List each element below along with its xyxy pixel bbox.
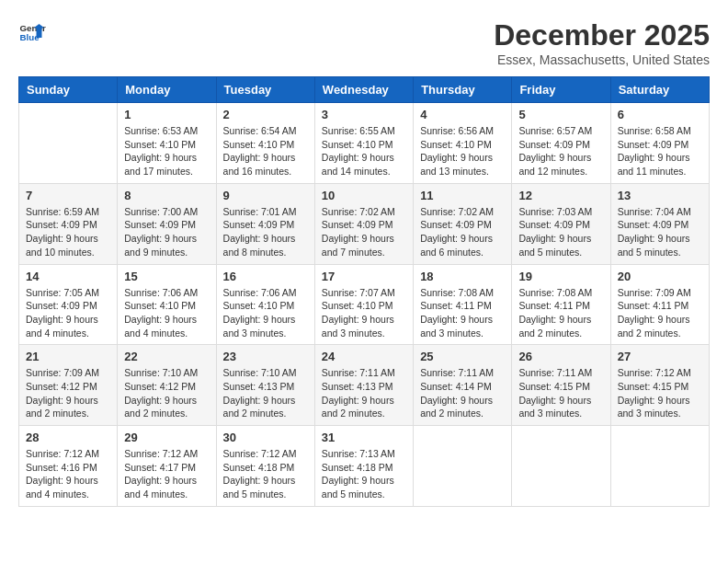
calendar-cell: 5Sunrise: 6:57 AMSunset: 4:09 PMDaylight… [512,103,610,184]
day-number: 24 [322,350,406,363]
day-number: 5 [518,108,603,121]
day-info: Sunrise: 7:11 AMSunset: 4:14 PMDaylight:… [420,366,505,420]
day-number: 23 [223,350,308,363]
header-saturday: Saturday [610,77,709,103]
calendar-cell: 18Sunrise: 7:08 AMSunset: 4:11 PMDayligh… [414,264,512,345]
day-number: 17 [322,270,406,283]
page-header: General Blue December 2025 Essex, Massac… [18,18,710,67]
calendar-cell: 1Sunrise: 6:53 AMSunset: 4:10 PMDaylight… [118,103,216,184]
calendar-cell [610,426,709,507]
calendar-cell: 13Sunrise: 7:04 AMSunset: 4:09 PMDayligh… [610,183,709,264]
calendar-cell: 31Sunrise: 7:13 AMSunset: 4:18 PMDayligh… [314,426,413,507]
location: Essex, Massachusetts, United States [494,52,710,67]
day-number: 13 [618,189,702,202]
calendar-header-row: SundayMondayTuesdayWednesdayThursdayFrid… [19,77,710,103]
day-number: 15 [124,270,209,283]
day-info: Sunrise: 6:54 AMSunset: 4:10 PMDaylight:… [223,124,308,178]
day-info: Sunrise: 7:10 AMSunset: 4:13 PMDaylight:… [223,366,308,420]
header-tuesday: Tuesday [216,77,314,103]
day-number: 12 [518,189,603,202]
day-number: 10 [322,189,406,202]
day-number: 26 [518,350,603,363]
calendar-cell: 27Sunrise: 7:12 AMSunset: 4:15 PMDayligh… [610,345,709,426]
day-info: Sunrise: 7:09 AMSunset: 4:12 PMDaylight:… [26,366,110,420]
day-info: Sunrise: 7:03 AMSunset: 4:09 PMDaylight:… [518,205,603,259]
calendar-cell: 24Sunrise: 7:11 AMSunset: 4:13 PMDayligh… [314,345,413,426]
calendar-cell: 14Sunrise: 7:05 AMSunset: 4:09 PMDayligh… [19,264,118,345]
day-info: Sunrise: 7:12 AMSunset: 4:15 PMDaylight:… [618,366,702,420]
day-info: Sunrise: 6:57 AMSunset: 4:09 PMDaylight:… [518,124,603,178]
header-wednesday: Wednesday [314,77,413,103]
day-info: Sunrise: 7:10 AMSunset: 4:12 PMDaylight:… [124,366,209,420]
day-info: Sunrise: 6:58 AMSunset: 4:09 PMDaylight:… [618,124,702,178]
day-number: 29 [124,431,209,444]
day-number: 3 [322,108,406,121]
day-number: 28 [26,431,110,444]
day-info: Sunrise: 7:08 AMSunset: 4:11 PMDaylight:… [420,286,505,340]
header-monday: Monday [118,77,216,103]
day-info: Sunrise: 7:04 AMSunset: 4:09 PMDaylight:… [618,205,702,259]
calendar-cell: 25Sunrise: 7:11 AMSunset: 4:14 PMDayligh… [414,345,512,426]
calendar-cell: 11Sunrise: 7:02 AMSunset: 4:09 PMDayligh… [414,183,512,264]
day-info: Sunrise: 7:01 AMSunset: 4:09 PMDaylight:… [223,205,308,259]
calendar-cell: 20Sunrise: 7:09 AMSunset: 4:11 PMDayligh… [610,264,709,345]
calendar-cell: 16Sunrise: 7:06 AMSunset: 4:10 PMDayligh… [216,264,314,345]
day-number: 21 [26,350,110,363]
day-info: Sunrise: 6:53 AMSunset: 4:10 PMDaylight:… [124,124,209,178]
calendar-cell: 17Sunrise: 7:07 AMSunset: 4:10 PMDayligh… [314,264,413,345]
day-info: Sunrise: 7:12 AMSunset: 4:18 PMDaylight:… [223,447,308,501]
day-info: Sunrise: 6:59 AMSunset: 4:09 PMDaylight:… [26,205,110,259]
day-info: Sunrise: 7:07 AMSunset: 4:10 PMDaylight:… [322,286,406,340]
day-number: 20 [618,270,702,283]
day-info: Sunrise: 7:08 AMSunset: 4:11 PMDaylight:… [518,286,603,340]
day-number: 9 [223,189,308,202]
calendar-week-5: 28Sunrise: 7:12 AMSunset: 4:16 PMDayligh… [19,426,710,507]
day-info: Sunrise: 7:11 AMSunset: 4:13 PMDaylight:… [322,366,406,420]
day-info: Sunrise: 7:05 AMSunset: 4:09 PMDaylight:… [26,286,110,340]
calendar-cell: 28Sunrise: 7:12 AMSunset: 4:16 PMDayligh… [19,426,118,507]
day-info: Sunrise: 7:06 AMSunset: 4:10 PMDaylight:… [124,286,209,340]
calendar-week-4: 21Sunrise: 7:09 AMSunset: 4:12 PMDayligh… [19,345,710,426]
day-info: Sunrise: 7:09 AMSunset: 4:11 PMDaylight:… [618,286,702,340]
calendar-cell: 15Sunrise: 7:06 AMSunset: 4:10 PMDayligh… [118,264,216,345]
header-friday: Friday [512,77,610,103]
day-number: 22 [124,350,209,363]
calendar-week-2: 7Sunrise: 6:59 AMSunset: 4:09 PMDaylight… [19,183,710,264]
calendar-cell: 26Sunrise: 7:11 AMSunset: 4:15 PMDayligh… [512,345,610,426]
day-info: Sunrise: 6:56 AMSunset: 4:10 PMDaylight:… [420,124,505,178]
day-info: Sunrise: 7:02 AMSunset: 4:09 PMDaylight:… [322,205,406,259]
calendar-cell: 7Sunrise: 6:59 AMSunset: 4:09 PMDaylight… [19,183,118,264]
header-sunday: Sunday [19,77,118,103]
calendar-cell: 10Sunrise: 7:02 AMSunset: 4:09 PMDayligh… [314,183,413,264]
day-number: 14 [26,270,110,283]
calendar-cell: 30Sunrise: 7:12 AMSunset: 4:18 PMDayligh… [216,426,314,507]
logo: General Blue [18,18,46,46]
calendar-cell: 23Sunrise: 7:10 AMSunset: 4:13 PMDayligh… [216,345,314,426]
logo-icon: General Blue [18,18,46,46]
calendar-cell: 2Sunrise: 6:54 AMSunset: 4:10 PMDaylight… [216,103,314,184]
day-number: 16 [223,270,308,283]
calendar-week-1: 1Sunrise: 6:53 AMSunset: 4:10 PMDaylight… [19,103,710,184]
day-number: 2 [223,108,308,121]
calendar-cell [19,103,118,184]
day-info: Sunrise: 7:12 AMSunset: 4:16 PMDaylight:… [26,447,110,501]
day-info: Sunrise: 7:13 AMSunset: 4:18 PMDaylight:… [322,447,406,501]
calendar-cell: 9Sunrise: 7:01 AMSunset: 4:09 PMDaylight… [216,183,314,264]
day-number: 1 [124,108,209,121]
day-number: 6 [618,108,702,121]
day-number: 27 [618,350,702,363]
day-number: 8 [124,189,209,202]
calendar-cell: 4Sunrise: 6:56 AMSunset: 4:10 PMDaylight… [414,103,512,184]
calendar-cell: 29Sunrise: 7:12 AMSunset: 4:17 PMDayligh… [118,426,216,507]
calendar-cell: 8Sunrise: 7:00 AMSunset: 4:09 PMDaylight… [118,183,216,264]
day-info: Sunrise: 7:06 AMSunset: 4:10 PMDaylight:… [223,286,308,340]
calendar-week-3: 14Sunrise: 7:05 AMSunset: 4:09 PMDayligh… [19,264,710,345]
calendar-cell: 19Sunrise: 7:08 AMSunset: 4:11 PMDayligh… [512,264,610,345]
calendar-cell: 22Sunrise: 7:10 AMSunset: 4:12 PMDayligh… [118,345,216,426]
day-number: 7 [26,189,110,202]
day-info: Sunrise: 7:00 AMSunset: 4:09 PMDaylight:… [124,205,209,259]
day-number: 11 [420,189,505,202]
calendar-table: SundayMondayTuesdayWednesdayThursdayFrid… [18,76,710,507]
calendar-cell [414,426,512,507]
header-thursday: Thursday [414,77,512,103]
